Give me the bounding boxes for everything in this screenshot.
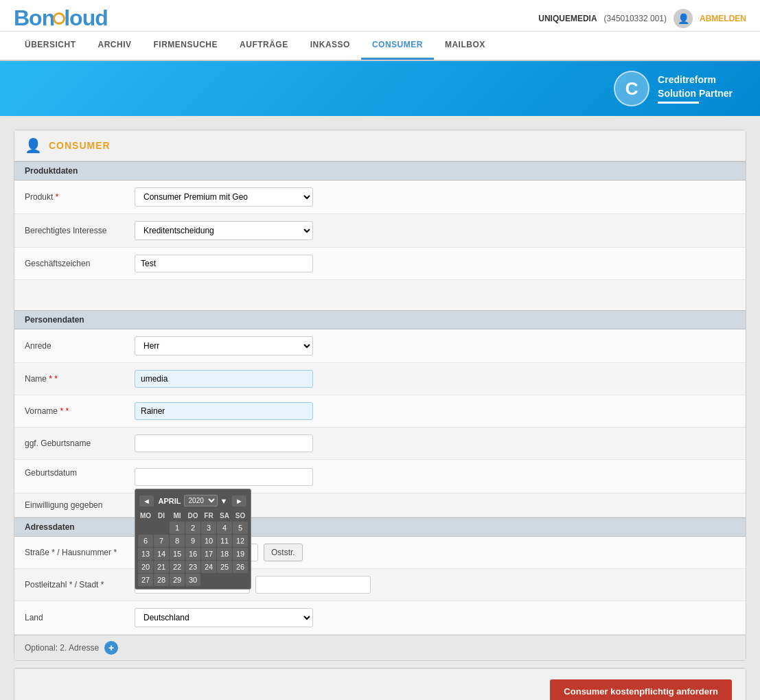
weekday-mi: MI	[170, 511, 185, 521]
optional-label: Optional: 2. Adresse	[25, 643, 99, 653]
calendar-day-24[interactable]: 24	[201, 561, 216, 573]
calendar-day-13[interactable]: 13	[138, 548, 153, 560]
calendar-day-1[interactable]: 1	[170, 522, 185, 534]
weekday-so: SO	[233, 511, 248, 521]
row-produkt: Produkt * Consumer Premium mit Geo Consu…	[14, 180, 746, 214]
calendar-day-3[interactable]: 3	[201, 522, 216, 534]
row-geschaeftszeichen: Geschäftszeichen	[14, 248, 746, 280]
row-berechtigtes-interesse: Berechtigtes Interesse Kreditentscheidun…	[14, 214, 746, 248]
user-id: (345010332 001)	[604, 14, 667, 23]
section-adressdaten: Adressdaten	[14, 517, 746, 537]
form-panel: 👤 CONSUMER Produktdaten Produkt * Consum…	[14, 130, 746, 661]
calendar-day-12[interactable]: 12	[233, 535, 248, 547]
row-anrede: Anrede Herr Frau	[14, 329, 746, 363]
logo-bon: Bon	[14, 5, 54, 30]
produkt-label: Produkt *	[25, 192, 135, 202]
calendar-day-28[interactable]: 28	[154, 574, 169, 586]
top-bar: Bonloud UNIQUEMEDIA (345010332 001) 👤 AB…	[0, 0, 760, 32]
personendaten-body: Anrede Herr Frau Name * * Vorname * *	[14, 329, 746, 517]
calendar-day-21[interactable]: 21	[154, 561, 169, 573]
panel-title: CONSUMER	[49, 140, 111, 151]
calendar-day-29[interactable]: 29	[170, 574, 185, 586]
calendar-day-empty	[201, 574, 216, 586]
nav-item-mailbox[interactable]: MAILBOX	[434, 32, 496, 60]
section-produktdaten: Produktdaten	[14, 161, 746, 180]
calendar-day-5[interactable]: 5	[233, 522, 248, 534]
nav-item-consumer[interactable]: CONSUMER	[361, 32, 434, 60]
calendar-day-22[interactable]: 22	[170, 561, 185, 573]
calendar-day-20[interactable]: 20	[138, 561, 153, 573]
weekday-sa: SA	[217, 511, 232, 521]
add-address-button[interactable]: +	[104, 641, 118, 655]
section-personendaten: Personendaten	[14, 310, 746, 329]
calendar-day-16[interactable]: 16	[185, 548, 200, 560]
calendar-year-select[interactable]: 2020 2019 2021	[184, 495, 218, 506]
submit-button[interactable]: Consumer kostenpflichtig anfordern	[550, 679, 732, 700]
calendar-day-empty	[138, 522, 153, 534]
optional-address-row: Optional: 2. Adresse +	[14, 635, 746, 660]
logout-button[interactable]: ABMELDEN	[700, 14, 746, 23]
anrede-select[interactable]: Herr Frau	[135, 336, 313, 355]
berechtigtes-interesse-label: Berechtigtes Interesse	[25, 226, 135, 235]
nav-item-archiv[interactable]: ARCHIV	[87, 32, 143, 60]
calendar-prev-button[interactable]: ◄	[139, 495, 154, 506]
username: UNIQUEMEDIA	[538, 14, 597, 23]
calendar-day-empty	[217, 574, 232, 586]
calendar-day-8[interactable]: 8	[170, 535, 185, 547]
produkt-required: *	[56, 192, 59, 202]
nav-bar: ÜBERSICHT ARCHIV FIRMENSUCHE AUFTRÄGE IN…	[0, 32, 760, 61]
calendar-day-19[interactable]: 19	[233, 548, 248, 560]
calendar-day-11[interactable]: 11	[217, 535, 232, 547]
vorname-label: Vorname * *	[25, 406, 135, 416]
row-strasse: Straße * / Hausnummer * Oststr.	[14, 537, 746, 569]
creditreform-line2: Solution Partner	[658, 87, 733, 101]
calendar-day-18[interactable]: 18	[217, 548, 232, 560]
geburtsname-input[interactable]	[135, 434, 313, 452]
calendar-day-7[interactable]: 7	[154, 535, 169, 547]
logo-circle-icon	[53, 12, 65, 25]
content-area: 👤 CONSUMER Produktdaten Produkt * Consum…	[0, 116, 760, 700]
calendar-day-23[interactable]: 23	[185, 561, 200, 573]
user-info: UNIQUEMEDIA (345010332 001) 👤 ABMELDEN	[538, 9, 746, 28]
calendar-day-17[interactable]: 17	[201, 548, 216, 560]
geschaeftszeichen-label: Geschäftszeichen	[25, 259, 135, 268]
nav-item-firmensuche[interactable]: FIRMENSUCHE	[143, 32, 229, 60]
calendar-day-empty	[233, 574, 248, 586]
calendar-day-10[interactable]: 10	[201, 535, 216, 547]
stadt-input[interactable]	[255, 576, 371, 594]
vorname-input[interactable]	[135, 402, 313, 420]
oststr-button[interactable]: Oststr.	[264, 544, 303, 561]
produkt-select[interactable]: Consumer Premium mit Geo Consumer Basic …	[135, 187, 313, 207]
geburtsdatum-input[interactable]	[135, 468, 313, 486]
row-spacer-produktdaten	[14, 280, 746, 310]
row-vorname: Vorname * *	[14, 395, 746, 428]
name-label: Name * *	[25, 374, 135, 384]
calendar-month: APRIL	[159, 497, 181, 505]
calendar-day-14[interactable]: 14	[154, 548, 169, 560]
calendar-day-6[interactable]: 6	[138, 535, 153, 547]
calendar-day-15[interactable]: 15	[170, 548, 185, 560]
name-input[interactable]	[135, 370, 313, 388]
row-plz: Postleitzahl * / Stadt *	[14, 569, 746, 601]
calendar-day-4[interactable]: 4	[217, 522, 232, 534]
land-select[interactable]: Deutschland Österreich Schweiz	[135, 608, 313, 627]
calendar-day-9[interactable]: 9	[185, 535, 200, 547]
calendar-next-button[interactable]: ►	[232, 495, 246, 506]
anrede-label: Anrede	[25, 341, 135, 351]
nav-item-inkasso[interactable]: INKASSO	[299, 32, 361, 60]
creditreform-line1: Creditreform	[658, 73, 733, 87]
row-name: Name * *	[14, 363, 746, 395]
calendar-day-27[interactable]: 27	[138, 574, 153, 586]
berechtigtes-interesse-select[interactable]: Kreditentscheidung Inkasso Sonstige	[135, 221, 313, 240]
calendar-day-25[interactable]: 25	[217, 561, 232, 573]
logo-cloud: loud	[64, 5, 108, 30]
geschaeftszeichen-input[interactable]	[135, 255, 313, 272]
calendar-day-2[interactable]: 2	[185, 522, 200, 534]
row-geburtsdatum: Geburtsdatum ◄ APRIL 2020 2019	[14, 460, 746, 493]
calendar-weekdays: MO DI MI DO FR SA SO	[138, 511, 248, 521]
land-label: Land	[25, 613, 135, 622]
calendar-day-30[interactable]: 30	[185, 574, 200, 586]
calendar-day-26[interactable]: 26	[233, 561, 248, 573]
nav-item-auftrage[interactable]: AUFTRÄGE	[229, 32, 299, 60]
nav-item-ubersicht[interactable]: ÜBERSICHT	[14, 32, 87, 60]
